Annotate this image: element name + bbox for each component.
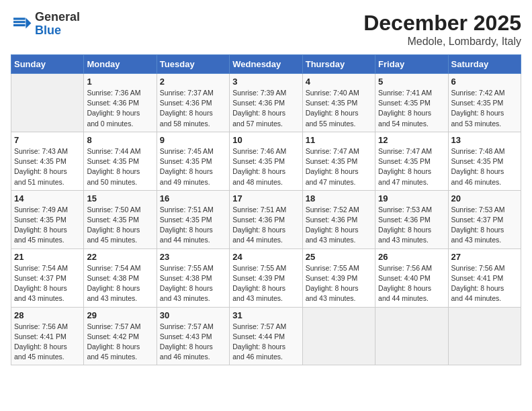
weekday-header-wednesday: Wednesday	[230, 55, 302, 74]
day-info: Sunrise: 7:49 AM Sunset: 4:35 PM Dayligh…	[14, 205, 81, 246]
day-info: Sunrise: 7:55 AM Sunset: 4:38 PM Dayligh…	[160, 263, 226, 304]
weekday-header-saturday: Saturday	[448, 55, 521, 74]
day-info: Sunrise: 7:45 AM Sunset: 4:35 PM Dayligh…	[160, 146, 226, 187]
day-number: 18	[306, 193, 372, 203]
day-number: 5	[378, 77, 445, 87]
weekday-header-monday: Monday	[84, 55, 157, 74]
calendar-cell: 6Sunrise: 7:42 AM Sunset: 4:35 PM Daylig…	[448, 74, 521, 132]
day-number: 4	[306, 77, 372, 87]
day-number: 15	[87, 193, 153, 203]
day-info: Sunrise: 7:46 AM Sunset: 4:35 PM Dayligh…	[232, 146, 299, 187]
day-number: 31	[232, 310, 299, 320]
day-number: 7	[14, 135, 81, 145]
day-number: 30	[160, 310, 226, 320]
day-number: 29	[87, 310, 153, 320]
day-number: 6	[451, 77, 518, 87]
weekday-header-row: SundayMondayTuesdayWednesdayThursdayFrid…	[11, 55, 521, 74]
day-info: Sunrise: 7:40 AM Sunset: 4:35 PM Dayligh…	[306, 88, 372, 129]
calendar-cell: 31Sunrise: 7:57 AM Sunset: 4:44 PM Dayli…	[230, 307, 302, 365]
day-info: Sunrise: 7:56 AM Sunset: 4:41 PM Dayligh…	[451, 263, 518, 304]
calendar-cell: 10Sunrise: 7:46 AM Sunset: 4:35 PM Dayli…	[230, 132, 302, 190]
day-number: 27	[451, 252, 518, 262]
calendar-cell: 21Sunrise: 7:54 AM Sunset: 4:37 PM Dayli…	[11, 248, 84, 307]
calendar-cell: 19Sunrise: 7:53 AM Sunset: 4:36 PM Dayli…	[375, 190, 448, 248]
calendar-cell: 14Sunrise: 7:49 AM Sunset: 4:35 PM Dayli…	[11, 190, 84, 248]
calendar-cell: 8Sunrise: 7:44 AM Sunset: 4:35 PM Daylig…	[84, 132, 157, 190]
day-info: Sunrise: 7:41 AM Sunset: 4:35 PM Dayligh…	[378, 88, 445, 129]
calendar-cell: 30Sunrise: 7:57 AM Sunset: 4:43 PM Dayli…	[157, 307, 229, 365]
calendar-cell: 2Sunrise: 7:37 AM Sunset: 4:36 PM Daylig…	[157, 74, 229, 132]
calendar-week-4: 21Sunrise: 7:54 AM Sunset: 4:37 PM Dayli…	[11, 248, 521, 307]
logo-general-text: General	[35, 11, 80, 24]
day-number: 9	[160, 135, 226, 145]
day-number: 16	[160, 193, 226, 203]
calendar-title: December 2025	[363, 11, 521, 36]
calendar-cell	[302, 307, 375, 365]
day-number: 10	[232, 135, 299, 145]
day-number: 25	[306, 252, 372, 262]
calendar-cell: 20Sunrise: 7:53 AM Sunset: 4:37 PM Dayli…	[448, 190, 521, 248]
page-header: General Blue December 2025 Medole, Lomba…	[11, 11, 521, 48]
day-number: 12	[378, 135, 445, 145]
calendar-cell: 26Sunrise: 7:56 AM Sunset: 4:40 PM Dayli…	[375, 248, 448, 307]
calendar-cell: 3Sunrise: 7:39 AM Sunset: 4:36 PM Daylig…	[230, 74, 302, 132]
calendar-week-1: 1Sunrise: 7:36 AM Sunset: 4:36 PM Daylig…	[11, 74, 521, 132]
day-info: Sunrise: 7:57 AM Sunset: 4:44 PM Dayligh…	[232, 322, 299, 363]
day-info: Sunrise: 7:44 AM Sunset: 4:35 PM Dayligh…	[87, 146, 153, 187]
day-info: Sunrise: 7:56 AM Sunset: 4:41 PM Dayligh…	[14, 322, 81, 363]
calendar-cell	[11, 74, 84, 132]
day-info: Sunrise: 7:36 AM Sunset: 4:36 PM Dayligh…	[87, 88, 153, 129]
day-number: 1	[87, 77, 153, 87]
day-info: Sunrise: 7:47 AM Sunset: 4:35 PM Dayligh…	[378, 146, 445, 187]
weekday-header-tuesday: Tuesday	[157, 55, 229, 74]
day-info: Sunrise: 7:53 AM Sunset: 4:36 PM Dayligh…	[378, 205, 445, 246]
calendar-cell: 28Sunrise: 7:56 AM Sunset: 4:41 PM Dayli…	[11, 307, 84, 365]
day-info: Sunrise: 7:54 AM Sunset: 4:38 PM Dayligh…	[87, 263, 153, 304]
day-info: Sunrise: 7:55 AM Sunset: 4:39 PM Dayligh…	[306, 263, 372, 304]
day-number: 2	[160, 77, 226, 87]
calendar-cell: 17Sunrise: 7:51 AM Sunset: 4:36 PM Dayli…	[230, 190, 302, 248]
calendar-cell: 29Sunrise: 7:57 AM Sunset: 4:42 PM Dayli…	[84, 307, 157, 365]
day-number: 20	[451, 193, 518, 203]
calendar-header: SundayMondayTuesdayWednesdayThursdayFrid…	[11, 55, 521, 74]
calendar-body: 1Sunrise: 7:36 AM Sunset: 4:36 PM Daylig…	[11, 74, 521, 365]
day-number: 8	[87, 135, 153, 145]
day-info: Sunrise: 7:52 AM Sunset: 4:36 PM Dayligh…	[306, 205, 372, 246]
calendar-week-2: 7Sunrise: 7:43 AM Sunset: 4:35 PM Daylig…	[11, 132, 521, 190]
svg-rect-3	[13, 21, 26, 23]
day-info: Sunrise: 7:57 AM Sunset: 4:42 PM Dayligh…	[87, 322, 153, 363]
logo-icon	[11, 13, 32, 35]
day-number: 23	[160, 252, 226, 262]
calendar-cell: 7Sunrise: 7:43 AM Sunset: 4:35 PM Daylig…	[11, 132, 84, 190]
day-info: Sunrise: 7:39 AM Sunset: 4:36 PM Dayligh…	[232, 88, 299, 129]
svg-rect-2	[13, 17, 26, 19]
day-info: Sunrise: 7:50 AM Sunset: 4:35 PM Dayligh…	[87, 205, 153, 246]
day-number: 13	[451, 135, 518, 145]
day-number: 24	[232, 252, 299, 262]
day-info: Sunrise: 7:54 AM Sunset: 4:37 PM Dayligh…	[14, 263, 81, 304]
calendar-cell: 9Sunrise: 7:45 AM Sunset: 4:35 PM Daylig…	[157, 132, 229, 190]
calendar-table: SundayMondayTuesdayWednesdayThursdayFrid…	[11, 54, 521, 365]
day-number: 17	[232, 193, 299, 203]
calendar-cell: 16Sunrise: 7:51 AM Sunset: 4:35 PM Dayli…	[157, 190, 229, 248]
logo-text: General Blue	[35, 11, 80, 38]
calendar-cell: 1Sunrise: 7:36 AM Sunset: 4:36 PM Daylig…	[84, 74, 157, 132]
day-number: 28	[14, 310, 81, 320]
day-number: 3	[232, 77, 299, 87]
day-info: Sunrise: 7:37 AM Sunset: 4:36 PM Dayligh…	[160, 88, 226, 129]
calendar-cell: 12Sunrise: 7:47 AM Sunset: 4:35 PM Dayli…	[375, 132, 448, 190]
day-number: 22	[87, 252, 153, 262]
calendar-cell: 24Sunrise: 7:55 AM Sunset: 4:39 PM Dayli…	[230, 248, 302, 307]
day-number: 19	[378, 193, 445, 203]
svg-rect-4	[13, 24, 26, 26]
calendar-week-5: 28Sunrise: 7:56 AM Sunset: 4:41 PM Dayli…	[11, 307, 521, 365]
weekday-header-friday: Friday	[375, 55, 448, 74]
day-number: 11	[306, 135, 372, 145]
calendar-cell: 5Sunrise: 7:41 AM Sunset: 4:35 PM Daylig…	[375, 74, 448, 132]
day-number: 26	[378, 252, 445, 262]
day-info: Sunrise: 7:47 AM Sunset: 4:35 PM Dayligh…	[306, 146, 372, 187]
day-info: Sunrise: 7:51 AM Sunset: 4:35 PM Dayligh…	[160, 205, 226, 246]
day-info: Sunrise: 7:56 AM Sunset: 4:40 PM Dayligh…	[378, 263, 445, 304]
weekday-header-sunday: Sunday	[11, 55, 84, 74]
calendar-cell: 22Sunrise: 7:54 AM Sunset: 4:38 PM Dayli…	[84, 248, 157, 307]
